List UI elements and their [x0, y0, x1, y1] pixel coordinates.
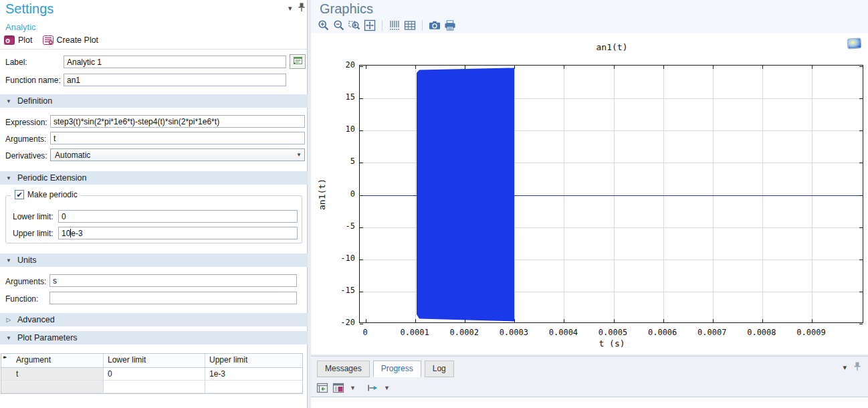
tab-messages[interactable]: Messages	[317, 361, 370, 377]
y-axis-label: an1(t)	[317, 175, 327, 215]
x-tick	[713, 66, 714, 69]
plot-icon	[3, 34, 15, 46]
table-row	[1, 381, 302, 393]
table-cell[interactable]	[205, 381, 302, 393]
print-icon[interactable]	[444, 19, 456, 31]
x-tick-label: 0.0002	[444, 328, 484, 337]
graphics-panel: Graphics	[311, 0, 868, 354]
zoom-box-icon[interactable]	[348, 19, 360, 31]
section-header-plot-parameters[interactable]: ▼ Plot Parameters	[0, 331, 308, 344]
y-tick	[360, 66, 363, 67]
section-expanded-icon: ▼	[0, 335, 17, 341]
dock-progress-icon[interactable]	[316, 382, 328, 394]
units-function-input[interactable]	[49, 292, 297, 304]
table-header-cell[interactable]: Lower limit	[104, 354, 205, 367]
section-header-advanced[interactable]: ▷ Advanced	[0, 313, 308, 326]
x-tick	[366, 319, 366, 322]
bottom-tab-bar: MessagesProgressLog	[317, 361, 454, 377]
panel-pin-icon[interactable]	[853, 362, 861, 373]
y-tick	[859, 292, 863, 292]
x-tick	[465, 66, 465, 69]
x-tick-label: 0.0005	[593, 328, 633, 337]
settings-panel: Settings ▾ Analytic Plot Create Plot Lab…	[0, 0, 308, 408]
progress-content-area	[311, 397, 868, 408]
lower-limit-input[interactable]	[58, 210, 298, 223]
image-snapshot-icon[interactable]	[429, 19, 441, 31]
information-panel: MessagesProgressLog ▾ ▼ ▼	[311, 356, 868, 408]
y-tick	[360, 195, 363, 196]
expression-input[interactable]	[50, 115, 305, 128]
derivatives-field-label: Derivatives:	[5, 151, 47, 161]
chevron-down-icon[interactable]: ▼	[384, 385, 390, 391]
plot-frame	[359, 65, 863, 323]
make-periodic-checkbox[interactable]: ✔	[15, 190, 24, 199]
create-plot-icon	[42, 34, 54, 46]
tab-progress[interactable]: Progress	[373, 361, 421, 377]
units-arguments-field-label: Arguments:	[5, 277, 46, 286]
settings-menu-caret-icon[interactable]: ▾	[288, 4, 292, 13]
show-info-button[interactable]	[290, 54, 306, 69]
move-columns-icon[interactable]: ▸▸	[3, 354, 5, 360]
x-tick-label: 0.0009	[791, 328, 831, 337]
y-tick	[360, 292, 363, 292]
graphics-header: Graphics	[311, 0, 868, 33]
create-plot-button[interactable]: Create Plot	[57, 35, 99, 45]
v-gridline	[663, 66, 664, 322]
zoom-in-icon[interactable]	[318, 19, 330, 31]
y-tick-label: -5	[330, 221, 355, 231]
zoom-extents-icon[interactable]	[364, 19, 376, 31]
table-header-cell[interactable]: Argument	[1, 354, 104, 367]
label-input[interactable]	[64, 56, 286, 68]
y-tick	[360, 130, 363, 131]
section-expanded-icon: ▼	[0, 175, 17, 181]
x-tick	[812, 66, 812, 69]
y-tick	[859, 260, 863, 260]
move-to-next-icon[interactable]	[366, 382, 378, 394]
x-tick	[564, 319, 564, 322]
x-tick-label: 0.0008	[742, 328, 782, 337]
table-cell[interactable]: 1e-3	[205, 368, 302, 380]
x-tick	[564, 66, 564, 69]
table-cell[interactable]: t	[1, 368, 104, 380]
grid-icon[interactable]	[404, 19, 416, 31]
toolbar-separator	[422, 20, 423, 31]
x-tick-label: 0	[345, 328, 385, 337]
section-header-periodic-extension[interactable]: ▼ Periodic Extension	[0, 171, 308, 185]
tab-log[interactable]: Log	[425, 361, 454, 377]
plot-button[interactable]: Plot	[18, 35, 33, 45]
table-cell[interactable]	[1, 381, 104, 393]
section-collapsed-icon: ▷	[0, 316, 17, 323]
graphics-panel-title: Graphics	[320, 1, 373, 17]
chevron-down-icon[interactable]: ▼	[350, 385, 356, 391]
zoom-out-icon[interactable]	[333, 19, 345, 31]
table-header-cell[interactable]: Upper limit	[205, 354, 302, 367]
function-name-input[interactable]	[64, 74, 286, 86]
y-tick-label: -15	[330, 286, 355, 295]
units-arguments-input[interactable]	[49, 274, 297, 287]
plot-canvas[interactable]: an1(t) an1(t) t (s) 00.00010.00020.00030…	[311, 33, 868, 354]
x-tick	[663, 66, 664, 69]
expression-field-label: Expression:	[5, 118, 47, 127]
x-tick	[762, 66, 763, 69]
upper-limit-input[interactable]: 10e-3	[58, 227, 298, 239]
make-periodic-groupbox: ✔ Make periodic Lower limit: Upper limit…	[5, 195, 302, 243]
table-cell[interactable]	[104, 381, 205, 393]
axis-ticks-icon[interactable]	[389, 19, 401, 31]
progress-window-icon[interactable]	[332, 382, 344, 394]
note-icon	[293, 56, 303, 67]
scene-light-icon[interactable]	[847, 37, 861, 49]
x-tick	[614, 66, 615, 69]
section-header-units[interactable]: ▼ Units	[0, 253, 308, 267]
x-tick	[762, 319, 763, 322]
y-tick-label: -10	[330, 253, 355, 263]
y-tick	[360, 163, 363, 163]
arguments-input[interactable]	[50, 132, 305, 144]
settings-pin-icon[interactable]	[298, 3, 306, 14]
units-function-field-label: Function:	[5, 294, 38, 304]
chevron-down-icon: ▼	[294, 152, 304, 158]
panel-menu-caret-icon[interactable]: ▾	[843, 363, 847, 372]
derivatives-select[interactable]: Automatic ▼	[50, 148, 305, 161]
section-header-definition[interactable]: ▼ Definition	[0, 94, 308, 108]
plot-parameters-table: ArgumentLower limitUpper limitt01e-3	[1, 353, 303, 394]
table-cell[interactable]: 0	[104, 368, 205, 380]
